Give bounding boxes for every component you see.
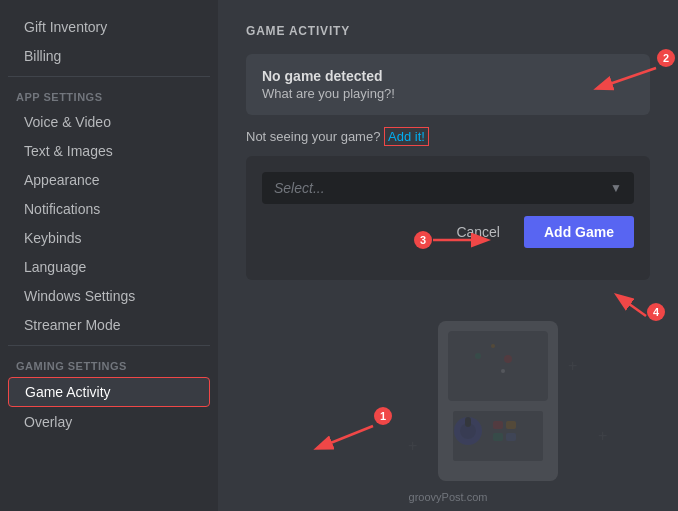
svg-text:+: +	[598, 427, 607, 444]
sidebar-item-voice-video[interactable]: Voice & Video	[8, 108, 210, 136]
add-game-dialog: Select... ▼ Cancel Add Game	[246, 156, 650, 280]
svg-rect-9	[465, 417, 471, 427]
sidebar-item-keybinds[interactable]: Keybinds	[8, 224, 210, 252]
not-seeing-text: Not seeing your game?	[246, 129, 380, 144]
sidebar: Gift Inventory Billing App Settings Voic…	[0, 0, 218, 511]
svg-point-12	[504, 355, 512, 363]
svg-text:+: +	[408, 437, 417, 454]
no-game-subtitle: What are you playing?!	[262, 86, 634, 101]
divider-1	[8, 76, 210, 77]
sidebar-item-billing[interactable]: Billing	[8, 42, 210, 70]
section-label-gaming-settings: Gaming Settings	[0, 352, 218, 376]
svg-rect-5	[493, 421, 503, 429]
button-row: Cancel Add Game	[262, 216, 634, 248]
sidebar-item-game-activity[interactable]: Game Activity	[8, 377, 210, 407]
game-select-dropdown[interactable]: Select... ▼	[262, 172, 634, 204]
select-row: Select... ▼	[262, 172, 634, 204]
svg-point-20	[657, 49, 675, 67]
select-placeholder: Select...	[274, 180, 325, 196]
svg-rect-7	[493, 433, 503, 441]
svg-rect-1	[448, 331, 548, 401]
sidebar-item-text-images[interactable]: Text & Images	[8, 137, 210, 165]
svg-point-13	[501, 369, 505, 373]
svg-point-11	[491, 344, 495, 348]
sidebar-item-overlay[interactable]: Overlay	[8, 408, 210, 436]
section-label-app-settings: App Settings	[0, 83, 218, 107]
svg-rect-6	[506, 421, 516, 429]
divider-2	[8, 345, 210, 346]
sidebar-item-language[interactable]: Language	[8, 253, 210, 281]
bg-arcade-illustration: + + +	[358, 291, 678, 511]
add-it-link[interactable]: Add it!	[384, 127, 429, 146]
main-content: GAME ACTIVITY No game detected What are …	[218, 0, 678, 511]
cancel-button[interactable]: Cancel	[440, 216, 516, 248]
svg-text:2: 2	[663, 52, 669, 64]
sidebar-item-gift-inventory[interactable]: Gift Inventory	[8, 13, 210, 41]
chevron-down-icon: ▼	[610, 181, 622, 195]
svg-point-10	[475, 353, 481, 359]
page-title: GAME ACTIVITY	[246, 24, 650, 38]
watermark: groovyPost.com	[409, 491, 488, 503]
sidebar-item-notifications[interactable]: Notifications	[8, 195, 210, 223]
not-seeing-row: Not seeing your game? Add it!	[246, 129, 650, 144]
svg-rect-8	[506, 433, 516, 441]
no-game-card: No game detected What are you playing?!	[246, 54, 650, 115]
sidebar-item-appearance[interactable]: Appearance	[8, 166, 210, 194]
add-game-button[interactable]: Add Game	[524, 216, 634, 248]
svg-text:+: +	[568, 357, 577, 374]
sidebar-item-windows-settings[interactable]: Windows Settings	[8, 282, 210, 310]
no-game-title: No game detected	[262, 68, 634, 84]
sidebar-item-streamer-mode[interactable]: Streamer Mode	[8, 311, 210, 339]
